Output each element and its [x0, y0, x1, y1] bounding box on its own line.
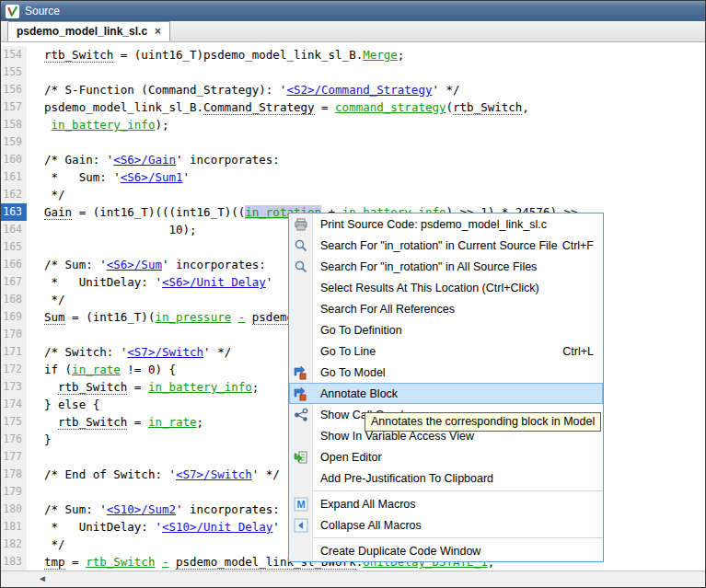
code-token — [231, 310, 238, 324]
scroll-left-arrow-icon[interactable]: ◄ — [38, 573, 47, 583]
code-token: rtb_Switch — [58, 380, 127, 395]
code-text — [27, 326, 44, 343]
model-block-link[interactable]: <S6>/Sum1 — [121, 170, 183, 184]
menu-item-open-editor[interactable]: Open Editor — [289, 446, 603, 467]
line-number: 177 — [1, 448, 27, 466]
code-token: ' — [272, 520, 280, 534]
menu-item-shortcut: Ctrl+F — [562, 239, 594, 252]
horizontal-scrollbar[interactable]: ◄ — [1, 571, 705, 587]
model-block-link[interactable]: <S6>/Unit Delay — [162, 275, 266, 289]
menu-item-go-to-model[interactable]: Go To Model — [289, 362, 603, 383]
variable-link[interactable]: in_battery_info — [52, 118, 156, 132]
code-text: /* End of Switch: '<S7>/Switch' */ — [27, 466, 280, 483]
model-block-link[interactable]: <S6>/Gain — [113, 153, 176, 167]
line-number: 161 — [1, 168, 27, 186]
tab-psdemo-model-link-sl-c[interactable]: psdemo_model_link_sl.c × — [7, 21, 170, 41]
menu-item-create-duplicate-code-window[interactable]: Create Duplicate Code Window — [289, 540, 603, 561]
model-block-link[interactable]: <S7>/Switch — [127, 345, 203, 359]
code-line: 162 */ — [1, 186, 705, 203]
line-number: 179 — [1, 483, 27, 501]
code-text: rtb_Switch = in_battery_info; — [27, 378, 259, 396]
code-text: /* Sum: '<S6>/Sum' incorporates: — [27, 256, 266, 273]
code-token: = — [127, 415, 148, 429]
code-line: 161 * Sum: '<S6>/Sum1' — [1, 168, 705, 186]
line-number: 168 — [1, 291, 27, 308]
code-token: rtb_Switch — [44, 48, 113, 63]
code-line: 159 — [1, 133, 705, 151]
code-token — [168, 555, 176, 569]
menu-item-print-source-code-psdemo-model-link-sl-c[interactable]: Print Source Code: psdemo_model_link_sl.… — [289, 213, 603, 235]
code-token: Sum — [44, 310, 65, 325]
variable-link[interactable]: rtb_Switch — [86, 555, 155, 569]
code-token: ; — [398, 48, 405, 62]
line-number: 159 — [1, 133, 27, 151]
variable-link[interactable]: in_rate — [72, 363, 121, 376]
menu-item-expand-all-macros[interactable]: MExpand All Macros — [289, 493, 603, 514]
code-token: = (uint16_T)psdemo_model_link_sl_B. — [113, 48, 363, 62]
line-number: 171 — [1, 343, 27, 361]
annotate-block-icon — [293, 386, 309, 402]
line-number: 176 — [1, 431, 27, 448]
code-token — [44, 415, 58, 429]
line-number: 167 — [1, 273, 27, 291]
menu-item-label: Expand All Macros — [320, 498, 416, 511]
code-token: = — [65, 555, 87, 569]
variable-link[interactable]: in_pressure — [155, 310, 231, 324]
menu-item-search-for-in-rotation-in-current-source[interactable]: Search For "in_rotation" in Current Sour… — [289, 235, 603, 256]
variable-link[interactable]: in_battery_info — [148, 380, 252, 394]
variable-link[interactable]: Merge — [363, 48, 398, 62]
model-block-link[interactable]: <S7>/Switch — [176, 467, 252, 481]
code-text — [27, 63, 44, 81]
code-text: */ — [27, 536, 65, 553]
code-text — [27, 133, 44, 151]
code-text: rtb_Switch = in_rate; — [27, 413, 203, 431]
menu-item-add-pre-justification-to-clipboard[interactable]: Add Pre-Justification To Clipboard — [289, 467, 603, 489]
variable-link[interactable]: command_strategy — [335, 100, 446, 114]
code-token: ' incorporates: — [176, 153, 280, 167]
menu-item-label: Search For "in_rotation" in All Source F… — [320, 260, 537, 273]
menu-item-go-to-line[interactable]: Go To LineCtrl+L — [289, 340, 603, 362]
code-token: 10); — [44, 223, 197, 236]
code-text: psdemo_model_link_sl_B.Command_Strategy … — [27, 98, 529, 116]
menu-item-label: Print Source Code: psdemo_model_link_sl.… — [320, 218, 547, 231]
annotate-block-tooltip: Annotates the corresponding block in Mod… — [365, 412, 601, 432]
menu-item-annotate-block[interactable]: Annotate Block — [289, 383, 603, 404]
code-line: 155 — [1, 63, 705, 81]
code-token: } else { — [44, 398, 99, 411]
expand-macros-icon: M — [293, 496, 309, 513]
code-text — [27, 448, 44, 466]
code-token: ' incorporates: — [176, 502, 280, 516]
menu-item-label: Select Results At This Location (Ctrl+Cl… — [320, 282, 539, 294]
variable-link[interactable]: in_rate — [148, 415, 197, 429]
model-block-link[interactable]: <S6>/Sum — [107, 258, 162, 271]
code-text: /* S-Function (Command_Strategy): '<S2>/… — [27, 81, 460, 98]
code-text: rtb_Switch = (uint16_T)psdemo_model_link… — [27, 46, 404, 63]
line-number: 174 — [1, 396, 27, 413]
menu-item-search-for-all-references[interactable]: Search For All References — [289, 298, 603, 319]
printer-icon — [293, 216, 309, 233]
code-text: in_battery_info); — [27, 116, 168, 133]
menu-item-select-results-at-this-location-ctrl-cli[interactable]: Select Results At This Location (Ctrl+Cl… — [289, 277, 603, 298]
window-title: Source — [25, 5, 60, 17]
code-area: 154rtb_Switch = (uint16_T)psdemo_model_l… — [1, 42, 705, 571]
model-block-link[interactable]: <S10>/Unit Delay — [162, 520, 272, 534]
menu-item-collapse-all-macros[interactable]: Collapse All Macros — [289, 514, 603, 536]
menu-item-label: Go To Definition — [320, 324, 402, 337]
code-token: * UnitDelay: ' — [44, 520, 162, 534]
context-menu: Print Source Code: psdemo_model_link_sl.… — [288, 213, 604, 562]
tab-close-icon[interactable]: × — [155, 26, 161, 37]
search-icon — [293, 237, 309, 254]
menu-item-label: Add Pre-Justification To Clipboard — [320, 472, 493, 485]
menu-item-search-for-in-rotation-in-all-source-fil[interactable]: Search For "in_rotation" in All Source F… — [289, 256, 603, 277]
model-block-link[interactable]: <S10>/Sum2 — [107, 502, 176, 516]
menu-item-label: Create Duplicate Code Window — [320, 545, 480, 558]
model-block-link[interactable]: <S2>/Command_Strategy — [286, 83, 432, 97]
line-number: 156 — [1, 81, 27, 98]
menu-item-label: Open Editor — [320, 451, 382, 464]
code-token: */ — [44, 293, 65, 306]
menu-item-label: Search For "in_rotation" in Current Sour… — [320, 239, 558, 252]
code-token: ' — [266, 275, 273, 289]
menu-item-go-to-definition[interactable]: Go To Definition — [289, 319, 603, 340]
svg-text:M: M — [296, 499, 305, 510]
line-number: 183 — [1, 553, 27, 571]
